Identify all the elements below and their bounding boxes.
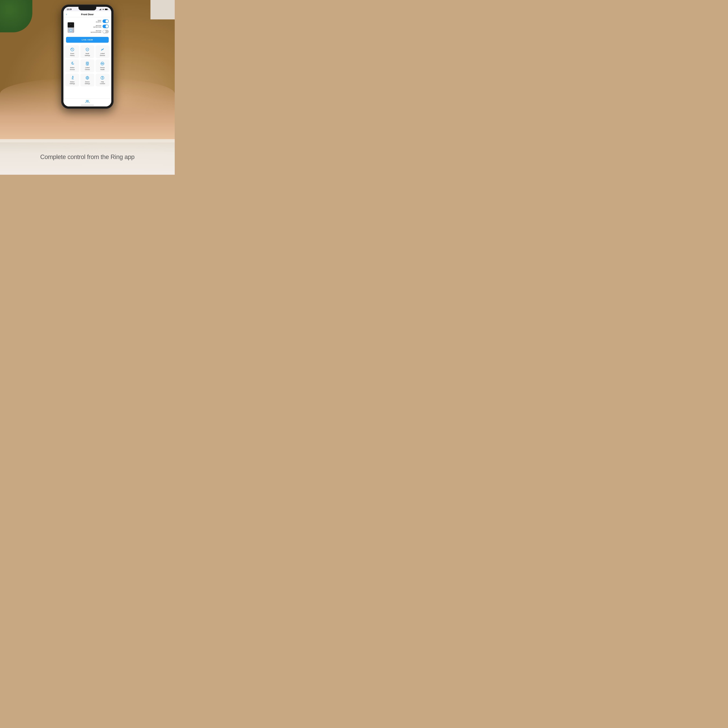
wifi-icon xyxy=(102,9,104,10)
menu-item-device-health[interactable]: DeviceHealth xyxy=(96,60,109,72)
person-run-icon xyxy=(70,75,75,80)
ring-alerts-row: RINGALERTS xyxy=(81,20,109,23)
menu-item-help-content[interactable]: HelpContent xyxy=(96,73,109,86)
link-icon xyxy=(100,47,105,52)
bell-tablet-icon xyxy=(85,61,90,66)
phone-device: 12:29 xyxy=(61,5,113,109)
svg-rect-5 xyxy=(105,9,107,10)
svg-rect-6 xyxy=(108,9,108,10)
live-view-button[interactable]: LIVE VIEW xyxy=(66,37,109,43)
svg-point-21 xyxy=(87,64,87,65)
menu-item-mode-settings[interactable]: ModeSettings xyxy=(80,45,94,58)
linked-devices-label: LinkedDevices xyxy=(100,53,105,57)
motion-notifications-row: MOTIONNOTIFICATIONS xyxy=(81,30,109,33)
phone-wrapper: 12:29 xyxy=(61,5,113,109)
battery-icon xyxy=(105,9,108,10)
svg-rect-2 xyxy=(100,9,101,10)
linked-chimes-label: LinkedChimes xyxy=(85,67,90,70)
help-content-label: HelpContent xyxy=(100,81,105,85)
app-content: ‹ Front Door xyxy=(63,11,111,107)
svg-point-23 xyxy=(72,76,73,77)
device-image xyxy=(66,19,79,34)
moon-icon xyxy=(70,61,75,66)
menu-item-linked-devices[interactable]: LinkedDevices xyxy=(96,45,109,58)
caption-text: Complete control from the Ring app xyxy=(40,153,135,161)
svg-rect-3 xyxy=(101,9,101,10)
event-history-label: EventHistory xyxy=(70,53,75,57)
device-header: RINGALERTS MOTIONDETECTION xyxy=(63,17,111,35)
ring-alerts-label: RINGALERTS xyxy=(96,20,101,23)
toggle-knob-2 xyxy=(106,25,109,28)
heartbeat-icon xyxy=(100,61,105,66)
motion-detection-toggle[interactable] xyxy=(102,24,109,28)
signal-icon xyxy=(99,9,102,10)
people-tab-icon[interactable] xyxy=(85,100,90,104)
motion-notifications-toggle[interactable] xyxy=(102,30,109,33)
home-indicator xyxy=(81,105,94,106)
phone-screen: 12:29 xyxy=(63,7,111,107)
svg-rect-1 xyxy=(100,9,100,10)
back-button[interactable]: ‹ xyxy=(66,12,67,16)
nav-bar: ‹ Front Door xyxy=(63,11,111,17)
svg-point-13 xyxy=(70,24,71,24)
mode-settings-label: ModeSettings xyxy=(85,53,90,57)
caption-area: Complete control from the Ring app xyxy=(0,139,175,175)
status-icons xyxy=(99,9,108,10)
motion-detection-label: MOTIONDETECTION xyxy=(93,25,101,28)
device-health-label: DeviceHealth xyxy=(100,67,105,70)
svg-point-14 xyxy=(69,29,72,32)
menu-grid: EventHistory ModeSettings xyxy=(63,44,111,88)
menu-item-motion-settings[interactable]: MotionSettings xyxy=(65,73,79,86)
menu-item-motion-snooze[interactable]: MotionSnooze xyxy=(65,60,79,72)
svg-point-28 xyxy=(87,100,89,101)
device-settings-label: DeviceSettings xyxy=(85,81,90,85)
menu-item-device-settings[interactable]: DeviceSettings xyxy=(80,73,94,86)
question-circle-icon xyxy=(100,75,105,80)
svg-point-27 xyxy=(86,100,87,101)
svg-point-26 xyxy=(102,78,102,79)
menu-item-linked-chimes[interactable]: LinkedChimes xyxy=(80,60,94,72)
page-title: Front Door xyxy=(81,13,93,16)
toggle-knob xyxy=(106,20,109,23)
ring-alerts-toggle[interactable] xyxy=(102,20,109,23)
motion-settings-label: MotionSettings xyxy=(70,81,75,85)
toggles-section: RINGALERTS MOTIONDETECTION xyxy=(81,20,109,33)
status-time: 12:29 xyxy=(67,8,72,11)
gear-icon xyxy=(85,75,90,80)
phone-notch xyxy=(78,7,96,10)
motion-snooze-label: MotionSnooze xyxy=(70,67,75,70)
doorbell-svg xyxy=(66,19,76,33)
bg-wall xyxy=(150,0,175,20)
motion-notifications-label: MOTIONNOTIFICATIONS xyxy=(90,30,101,33)
motion-detection-row: MOTIONDETECTION xyxy=(81,24,109,28)
shield-icon xyxy=(85,47,90,52)
menu-item-event-history[interactable]: EventHistory xyxy=(65,45,79,58)
clock-circle-icon xyxy=(70,47,75,52)
toggle-knob-3 xyxy=(103,30,106,33)
svg-point-24 xyxy=(87,77,88,78)
